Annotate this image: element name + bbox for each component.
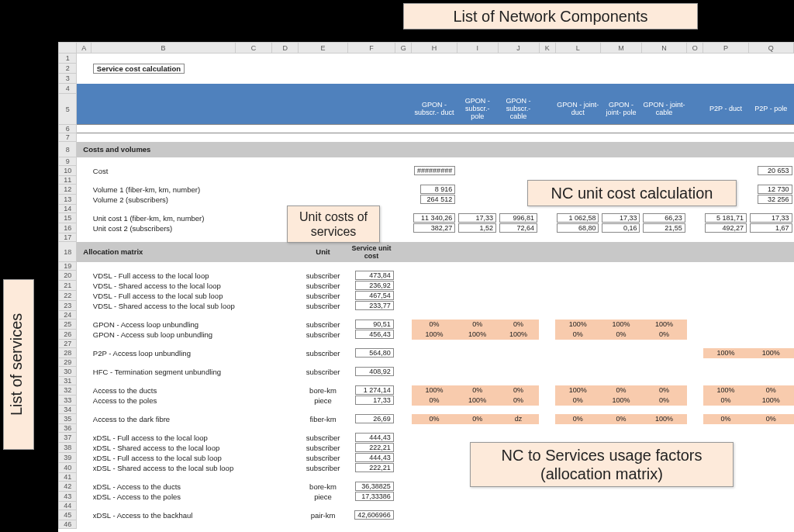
- row-4[interactable]: 4: [59, 84, 77, 94]
- u2-4: 68,80: [557, 223, 599, 233]
- row-21[interactable]: 21: [59, 281, 77, 291]
- alloc-pct: 0%: [641, 385, 686, 396]
- col-N[interactable]: N: [641, 43, 686, 54]
- service-unit: subscriber: [299, 271, 348, 281]
- row-12[interactable]: 12: [59, 185, 77, 195]
- row-22[interactable]: 22: [59, 291, 77, 301]
- col-L[interactable]: L: [555, 43, 600, 54]
- row-26[interactable]: 26: [59, 330, 77, 340]
- row-2[interactable]: 2: [59, 64, 77, 74]
- nc-h5: GPON - joint- pole: [600, 94, 641, 125]
- service-name: xDSL - Full access to the local loop: [91, 433, 235, 443]
- alloc-pct: 0%: [748, 385, 793, 396]
- row-11[interactable]: 11: [59, 176, 77, 185]
- row-31[interactable]: 31: [59, 377, 77, 385]
- col-H[interactable]: H: [412, 43, 457, 54]
- row-44[interactable]: 44: [59, 502, 77, 510]
- alloc-pct: 100%: [748, 348, 793, 358]
- v2-h: 264 512: [420, 195, 455, 204]
- row-34[interactable]: 34: [59, 406, 77, 414]
- row-24[interactable]: 24: [59, 311, 77, 320]
- col-I[interactable]: I: [457, 43, 498, 54]
- alloc-pct: 100%: [457, 330, 498, 340]
- row-27[interactable]: 27: [59, 340, 77, 348]
- row-43[interactable]: 43: [59, 492, 77, 502]
- service-cost: 444,43: [355, 453, 394, 462]
- row-42[interactable]: 42: [59, 482, 77, 492]
- u1-1: 17,33: [458, 213, 496, 223]
- v1-h: 8 916: [420, 185, 455, 194]
- row-28[interactable]: 28: [59, 348, 77, 358]
- row-16[interactable]: 16: [59, 223, 77, 233]
- row-7[interactable]: 7: [59, 133, 77, 142]
- row-41[interactable]: 41: [59, 473, 77, 482]
- col-J[interactable]: J: [498, 43, 539, 54]
- row-15[interactable]: 15: [59, 213, 77, 223]
- row-45[interactable]: 45: [59, 510, 77, 520]
- service-unit: fiber-km: [299, 414, 348, 424]
- row-38[interactable]: 38: [59, 443, 77, 453]
- row-6[interactable]: 6: [59, 125, 77, 133]
- row-17[interactable]: 17: [59, 233, 77, 242]
- row-37[interactable]: 37: [59, 433, 77, 443]
- col-G[interactable]: G: [395, 43, 412, 54]
- v2-q: 32 256: [758, 195, 792, 204]
- service-cost: 233,77: [355, 301, 394, 310]
- col-F[interactable]: F: [347, 43, 395, 54]
- col-C[interactable]: C: [235, 43, 272, 54]
- col-O[interactable]: O: [687, 43, 703, 54]
- service-cost: 408,92: [355, 367, 394, 376]
- nc-h3: [539, 94, 555, 125]
- service-unit: pair-km: [299, 510, 348, 520]
- alloc-pct: 0%: [555, 396, 600, 406]
- alloc-pct: 100%: [641, 414, 686, 424]
- row-39[interactable]: 39: [59, 453, 77, 463]
- alloc-pct: 0%: [600, 330, 641, 340]
- col-K[interactable]: K: [539, 43, 555, 54]
- row-46[interactable]: 46: [59, 520, 77, 529]
- row-3[interactable]: 3: [59, 74, 77, 84]
- col-E[interactable]: E: [299, 43, 348, 54]
- row-8[interactable]: 8: [59, 142, 77, 157]
- annotation-nc-cost: NC unit cost calculation: [527, 180, 737, 206]
- col-A[interactable]: A: [77, 43, 91, 54]
- col-Q[interactable]: Q: [748, 43, 793, 54]
- row-14[interactable]: 14: [59, 205, 77, 213]
- row-23[interactable]: 23: [59, 301, 77, 311]
- row-36[interactable]: 36: [59, 424, 77, 433]
- service-unit: subscriber: [299, 281, 348, 291]
- service-cost: 222,21: [355, 463, 394, 472]
- col-P[interactable]: P: [703, 43, 748, 54]
- service-cost: 36,38825: [355, 482, 394, 491]
- row-19[interactable]: 19: [59, 262, 77, 271]
- row-1[interactable]: 1: [59, 54, 77, 64]
- nc-h2: GPON - subscr.- cable: [498, 94, 539, 125]
- row-32[interactable]: 32: [59, 385, 77, 396]
- row-30[interactable]: 30: [59, 367, 77, 377]
- row-35[interactable]: 35: [59, 414, 77, 424]
- col-B[interactable]: B: [91, 43, 235, 54]
- service-name: xDSL - Access to the backhaul: [91, 510, 235, 520]
- row-5[interactable]: 5: [59, 94, 77, 125]
- row-9[interactable]: 9: [59, 157, 77, 166]
- col-M[interactable]: M: [600, 43, 641, 54]
- row-40[interactable]: 40: [59, 463, 77, 473]
- row-13[interactable]: 13: [59, 195, 77, 205]
- row-33[interactable]: 33: [59, 396, 77, 406]
- row-29[interactable]: 29: [59, 358, 77, 367]
- row-25[interactable]: 25: [59, 320, 77, 330]
- row-18[interactable]: 18: [59, 242, 77, 262]
- service-name: xDSL - Access to the ducts: [91, 482, 235, 492]
- service-name: Access to the poles: [91, 396, 235, 406]
- service-cost: 42,606966: [354, 510, 394, 520]
- alloc-pct: 0%: [457, 414, 498, 424]
- corner[interactable]: [59, 43, 77, 54]
- section-costs: Costs and volumes: [77, 142, 794, 157]
- service-unit: bore-km: [299, 385, 348, 396]
- alloc-pct: 100%: [498, 330, 539, 340]
- row-20[interactable]: 20: [59, 271, 77, 281]
- col-D[interactable]: D: [272, 43, 299, 54]
- nc-h9: P2P - pole: [748, 94, 793, 125]
- row-10[interactable]: 10: [59, 166, 77, 176]
- alloc-unit-hdr: Unit: [299, 242, 348, 262]
